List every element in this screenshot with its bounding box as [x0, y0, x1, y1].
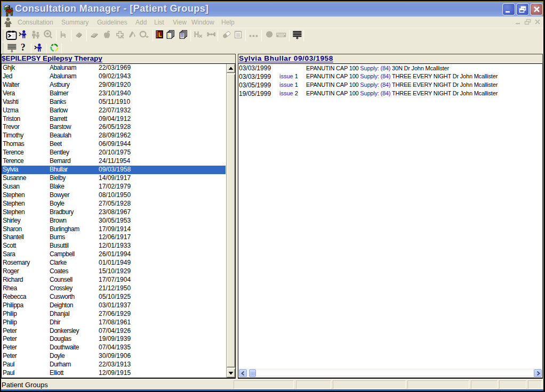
svg-text:L: L — [168, 33, 171, 38]
svg-text:L: L — [158, 31, 162, 38]
svg-text:?: ? — [21, 43, 26, 53]
